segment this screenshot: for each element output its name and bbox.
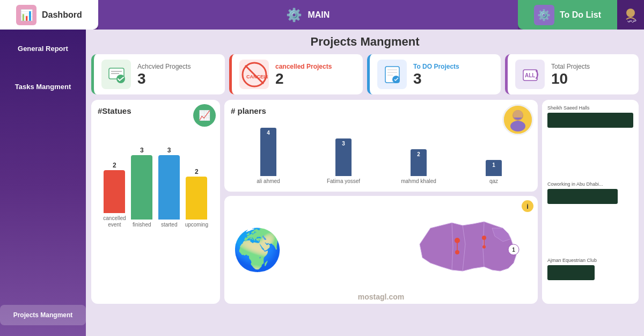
bar-upcoming: 2 upcoming <box>185 168 208 228</box>
dashboard-nav-item[interactable]: 📊 Dashbord <box>0 0 98 30</box>
achieved-label: Achcvied Progects <box>137 63 191 70</box>
stats-row: Achcvied Progects 3 CANCELLED cancelled … <box>91 54 639 94</box>
planner-qaz: 1 qaz <box>462 160 526 184</box>
sidebar-item-tasks[interactable]: Tasks Mangment <box>9 78 78 95</box>
main-nav-item[interactable]: ⚙️ MAIN <box>98 0 518 30</box>
todo-value: 3 <box>413 71 459 86</box>
right-chart: Sheikh Saeed Halls Coworking in Abu Dhab… <box>542 100 639 304</box>
sidebar: General Report Tasks Mangment Projects M… <box>0 30 86 336</box>
bar-started-fill <box>158 155 180 220</box>
stat-card-total: ALL Total Projects 10 <box>505 54 639 94</box>
svg-point-25 <box>455 238 460 243</box>
hbar-ajman-label: Ajman Equestrian Club <box>547 258 633 263</box>
hbar-ajman: Ajman Equestrian Club <box>547 258 633 280</box>
todo-stat-icon <box>377 60 407 89</box>
hbar-coworking: Coworking in Abu Dhabi... <box>547 181 633 204</box>
total-value: 10 <box>551 71 590 86</box>
achieved-value: 3 <box>137 71 191 86</box>
todo-info: To DO Projects 3 <box>413 63 459 86</box>
hbar-coworking-fill <box>547 189 618 204</box>
total-info: Total Projects 10 <box>551 63 590 86</box>
total-label: Total Projects <box>551 63 590 70</box>
dashboard-label: Dashbord <box>42 10 82 20</box>
charts-row: 📈 #Statues 2 cancelledevent 3 finished 3 <box>91 100 639 304</box>
achieved-info: Achcvied Progects 3 <box>137 63 191 86</box>
todo-label: To Do List <box>560 10 601 20</box>
cancelled-icon: CANCELLED <box>239 60 269 89</box>
hbar-sheikh-fill <box>547 113 633 128</box>
hbar-coworking-label: Coworking in Abu Dhabi... <box>547 181 633 187</box>
top-navigation: 📊 Dashbord ⚙️ MAIN ⚙️ To Do List عربي <box>0 0 644 30</box>
cancelled-value: 2 <box>275 71 332 86</box>
statues-chart: 📈 #Statues 2 cancelledevent 3 finished 3 <box>91 100 220 304</box>
planner-bar-chart: 4 ali ahmed 3 Fatima yossef 2 mahmd khal… <box>231 120 531 184</box>
sidebar-item-projects[interactable]: Projects Mangment <box>0 305 86 325</box>
planner-avatar <box>502 104 533 135</box>
main-label: MAIN <box>308 10 330 20</box>
planner-mahmd: 2 mahmd khaled <box>386 149 451 184</box>
bar-cancelled-fill <box>104 170 125 213</box>
planner-fatima: 3 Fatima yossef <box>311 138 376 184</box>
main-layout: General Report Tasks Mangment Projects M… <box>0 30 644 336</box>
bar-finished-fill <box>131 155 152 220</box>
planner-ali: 4 ali ahmed <box>236 128 301 184</box>
svg-point-28 <box>482 236 486 240</box>
main-icon: ⚙️ <box>286 8 302 23</box>
svg-text:عربي: عربي <box>627 18 637 23</box>
main-content: Projects Mangment Achcvied Progects <box>86 30 644 336</box>
uae-map-svg: 1 <box>409 201 532 287</box>
todo-nav-item[interactable]: ⚙️ To Do List <box>518 0 617 30</box>
todo-label: To DO Projects <box>413 63 459 70</box>
svg-text:1: 1 <box>512 247 515 253</box>
bar-cancelled: 2 cancelledevent <box>103 162 126 228</box>
planners-title: # planers <box>231 106 531 115</box>
sidebar-item-general-report[interactable]: General Report <box>11 40 75 57</box>
planners-chart: # planers 4 ali ahmed <box>224 100 538 192</box>
bar-finished: 3 finished <box>130 147 153 228</box>
svg-point-21 <box>510 121 525 132</box>
svg-text:ALL: ALL <box>525 72 535 78</box>
hbar-sheikh: Sheikh Saeed Halls <box>547 105 633 128</box>
todo-icon: ⚙️ <box>534 5 554 25</box>
dashboard-icon: 📊 <box>16 5 36 25</box>
svg-text:CANCELLED: CANCELLED <box>246 74 268 79</box>
total-icon: ALL <box>515 60 545 89</box>
stat-card-achieved: Achcvied Progects 3 <box>91 54 225 94</box>
globe-icon: 🌍 <box>232 227 283 274</box>
middle-charts: # planers 4 ali ahmed <box>224 100 538 304</box>
map-card: i 🌍 <box>224 196 538 304</box>
svg-point-0 <box>626 9 635 17</box>
logo: عربي <box>617 0 644 30</box>
chart-status-icon: 📈 <box>193 104 216 127</box>
hbar-sheikh-label: Sheikh Saeed Halls <box>547 105 633 111</box>
stat-card-todo: To DO Projects 3 <box>367 54 501 94</box>
hbar-ajman-fill <box>547 265 595 280</box>
cancelled-info: cancelled Projects 2 <box>275 63 332 86</box>
stat-card-cancelled: CANCELLED cancelled Projects 2 <box>229 54 363 94</box>
statues-bar-chart: 2 cancelledevent 3 finished 3 started <box>98 121 214 228</box>
watermark: mostagl.com <box>358 293 404 301</box>
bar-started: 3 started <box>158 147 181 228</box>
cancelled-label: cancelled Projects <box>275 63 332 70</box>
bar-upcoming-fill <box>186 177 207 220</box>
page-title: Projects Mangment <box>91 35 639 49</box>
achieved-icon <box>101 60 131 89</box>
